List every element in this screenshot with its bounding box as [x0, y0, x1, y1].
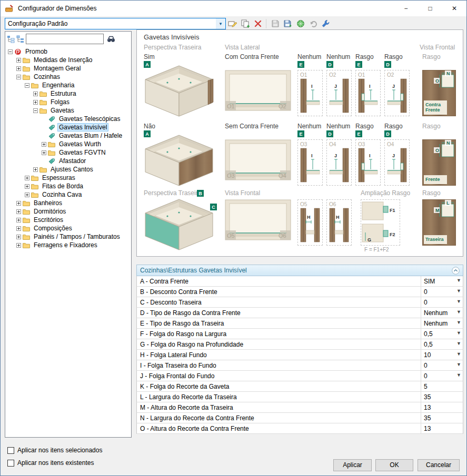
tree-item-gavetas-telescopicas[interactable]: Gavetas Telescópicas	[6, 115, 130, 123]
property-value[interactable]: 5	[421, 381, 463, 391]
expand-toggle-icon[interactable]	[33, 100, 38, 105]
apply-config-icon[interactable]	[295, 18, 306, 29]
dropdown-arrow-icon[interactable]: ▼	[456, 341, 461, 346]
dropdown-arrow-icon[interactable]: ▼	[456, 309, 461, 315]
property-value-dropdown[interactable]: 0,5▼	[421, 339, 463, 349]
tree-item-promob[interactable]: Promob	[6, 47, 130, 56]
collapse-toggle-icon[interactable]	[8, 49, 13, 54]
collapse-panel-button[interactable]	[452, 267, 460, 275]
dropdown-arrow-icon[interactable]: ▼	[456, 299, 461, 304]
property-value-dropdown[interactable]: Nenhum▼	[421, 318, 463, 328]
tools-icon[interactable]	[320, 18, 332, 29]
formula-label: F = F1+F2	[364, 247, 389, 252]
apply-existing-checkbox[interactable]	[7, 460, 14, 467]
expand-toggle-icon[interactable]	[16, 209, 21, 214]
tree-item-engenharia[interactable]: Engenharia	[6, 81, 130, 89]
dropdown-arrow-icon[interactable]: ▼	[456, 288, 461, 293]
collapse-toggle-icon[interactable]	[33, 108, 38, 113]
property-value-dropdown[interactable]: 10▼	[421, 350, 463, 360]
tree-item-gavetas-blum-hafele[interactable]: Gavetas Blum / Hafele	[6, 131, 130, 140]
property-row-c: C - Desconto Traseira0▼	[136, 297, 463, 308]
dropdown-arrow-icon[interactable]: ▼	[456, 372, 461, 378]
search-button[interactable]	[105, 34, 117, 44]
apply-button[interactable]: Aplicar	[333, 459, 372, 471]
duplicate-config-icon[interactable]	[240, 18, 251, 29]
tree-expand-icon[interactable]	[16, 35, 24, 43]
close-button[interactable]: ✕	[442, 1, 466, 16]
dropdown-arrow-icon[interactable]: ▼	[456, 351, 461, 357]
tree-item-medidas-de-insercao[interactable]: Medidas de Inserção	[6, 56, 130, 64]
property-label: K - Folga do Recorte da Gaveta	[137, 381, 421, 391]
properties-grid: A - Contra FrenteSIM▼B - Desconto Contra…	[136, 276, 463, 434]
collapse-toggle-icon[interactable]	[25, 83, 29, 88]
expand-toggle-icon[interactable]	[25, 176, 29, 180]
expand-toggle-icon[interactable]	[25, 193, 29, 197]
property-value[interactable]: 13	[421, 402, 463, 412]
tree-collapse-icon[interactable]	[7, 35, 15, 43]
config-combobox[interactable]: Configuração Padrão ▼	[5, 18, 226, 29]
cancel-button[interactable]: Cancelar	[418, 459, 460, 471]
tree-item-gavetas[interactable]: Gavetas	[6, 106, 130, 115]
tree-item-montagem-geral[interactable]: Montagem Geral	[6, 64, 130, 73]
expand-toggle-icon[interactable]	[16, 235, 21, 239]
apply-selected-checkbox[interactable]	[7, 447, 14, 454]
tree-item-dormitorios[interactable]: Dormitórios	[6, 207, 130, 216]
expand-toggle-icon[interactable]	[16, 66, 21, 71]
expand-toggle-icon[interactable]	[16, 58, 21, 63]
maximize-button[interactable]: □	[418, 1, 442, 16]
property-value[interactable]: 13	[421, 423, 463, 433]
expand-toggle-icon[interactable]	[16, 226, 21, 231]
dropdown-arrow-icon[interactable]: ▼	[456, 320, 461, 325]
save-as-icon[interactable]	[282, 18, 294, 29]
property-value-dropdown[interactable]: Nenhum▼	[421, 308, 463, 318]
property-value-dropdown[interactable]: 0▼	[421, 287, 463, 297]
expand-toggle-icon[interactable]	[42, 142, 46, 147]
delete-config-icon[interactable]	[252, 18, 264, 29]
tree-item-espessuras[interactable]: Espessuras	[6, 174, 130, 182]
tree-item-folgas[interactable]: Folgas	[6, 98, 130, 106]
property-value-dropdown[interactable]: SIM▼	[421, 276, 463, 286]
minimize-button[interactable]: −	[394, 1, 418, 16]
dropdown-arrow-icon[interactable]: ▼	[456, 278, 461, 283]
property-value[interactable]: 35	[421, 413, 463, 423]
tree-item-ajustes-cantos[interactable]: Ajustes Cantos	[6, 165, 130, 174]
expand-toggle-icon[interactable]	[16, 243, 21, 248]
dim-badge-D: D	[384, 130, 391, 137]
tree-item-gavetas-wurth[interactable]: Gavetas Wurth	[6, 140, 130, 148]
property-value-dropdown[interactable]: 0▼	[421, 360, 463, 370]
tree-item-afastador[interactable]: Afastador	[6, 157, 130, 165]
ok-button[interactable]: OK	[375, 459, 413, 471]
tree-item-escritorios[interactable]: Escritórios	[6, 216, 130, 224]
view-mark: O3	[227, 173, 235, 179]
tree-item-cozinhas[interactable]: Cozinhas	[6, 73, 130, 81]
tree-item-fitas-de-borda[interactable]: Fitas de Borda	[6, 182, 130, 190]
svg-text:O6: O6	[329, 201, 336, 207]
dropdown-arrow-icon[interactable]: ▼	[456, 330, 461, 336]
expand-toggle-icon[interactable]	[33, 92, 38, 96]
promob-icon	[14, 48, 22, 55]
tree-item-estrutura[interactable]: Estrutura	[6, 89, 130, 98]
tree-item-cozinha-cava[interactable]: Cozinha Cava	[6, 190, 130, 199]
expand-toggle-icon[interactable]	[42, 150, 46, 155]
property-value[interactable]: 35	[421, 392, 463, 402]
expand-toggle-icon[interactable]	[25, 184, 29, 189]
tree-search-input[interactable]	[26, 34, 104, 44]
tree-item-gavetas-fgvtn[interactable]: Gavetas FGVTN	[6, 148, 130, 157]
edit-config-icon[interactable]	[227, 18, 239, 29]
expand-toggle-icon[interactable]	[16, 218, 21, 222]
expand-toggle-icon[interactable]	[16, 201, 21, 206]
property-value-dropdown[interactable]: 0▼	[421, 297, 463, 307]
dropdown-arrow-icon[interactable]: ▼	[456, 362, 461, 367]
tree-item-paineis-tampos-tamburatos[interactable]: Painéis / Tampos / Tamburatos	[6, 232, 130, 241]
svg-text:N: N	[446, 71, 450, 76]
property-value-dropdown[interactable]: 0,5▼	[421, 329, 463, 339]
tree-item-ferragens-e-fixadores[interactable]: Ferragens e Fixadores	[6, 241, 130, 249]
chevron-down-icon[interactable]: ▼	[216, 18, 225, 29]
collapse-toggle-icon[interactable]	[16, 75, 21, 79]
expand-toggle-icon[interactable]	[33, 167, 38, 172]
svg-text:G: G	[367, 237, 371, 242]
tree-item-composicoes[interactable]: Composições	[6, 224, 130, 232]
tree-item-gavetas-invisivel[interactable]: Gavetas Invisível	[6, 123, 130, 131]
property-value-dropdown[interactable]: 0▼	[421, 371, 463, 381]
tree-item-banheiros[interactable]: Banheiros	[6, 199, 130, 207]
